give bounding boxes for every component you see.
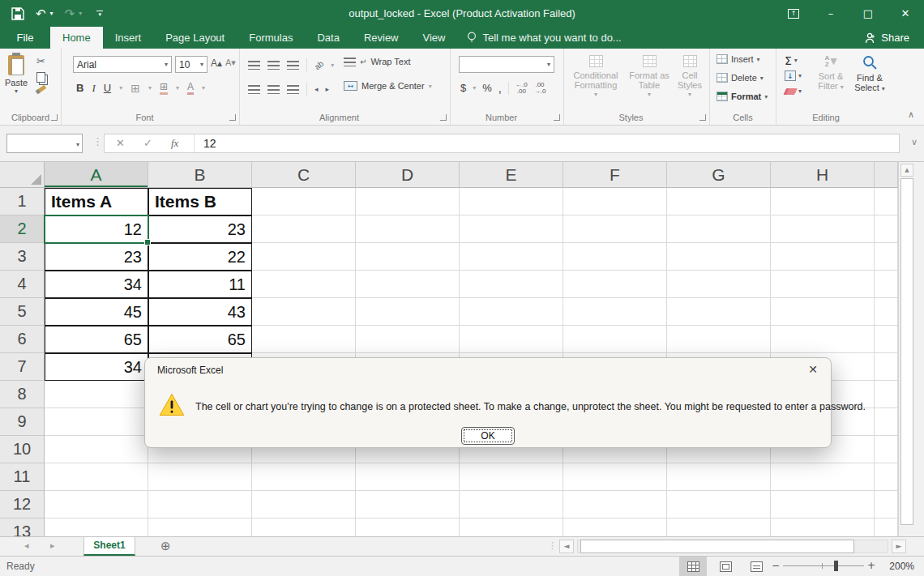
row-header-3[interactable]: 3 <box>0 243 45 271</box>
confirm-entry-button[interactable]: ✓ <box>143 137 152 149</box>
dialog-ok-button[interactable]: OK <box>461 427 515 445</box>
decrease-indent-button[interactable]: ◂ <box>314 85 319 93</box>
cell-B4[interactable]: 11 <box>148 271 252 298</box>
bold-button[interactable]: B <box>76 82 83 94</box>
cell-C4[interactable] <box>252 271 356 298</box>
col-header-F[interactable]: F <box>563 162 667 188</box>
scroll-right-button[interactable]: ► <box>892 540 906 553</box>
cell-D12[interactable] <box>356 491 460 518</box>
tab-data[interactable]: Data <box>305 27 351 49</box>
borders-dropdown[interactable]: ▾ <box>148 84 152 92</box>
cell-C13[interactable] <box>252 518 356 536</box>
cell-A6[interactable]: 65 <box>45 326 148 353</box>
col-header-B[interactable]: B <box>148 162 252 188</box>
select-all-button[interactable] <box>0 162 45 188</box>
fill-color-dropdown[interactable]: ▾ <box>176 84 179 92</box>
cell-B3[interactable]: 22 <box>148 243 252 271</box>
minimize-button[interactable]: – <box>812 0 849 27</box>
tab-formulas[interactable]: Formulas <box>237 27 305 49</box>
styles-dialog-launcher[interactable] <box>699 114 706 121</box>
vertical-scrollbar[interactable]: ▲ <box>898 162 914 536</box>
number-dialog-launcher[interactable] <box>554 114 560 121</box>
zoom-slider-track[interactable] <box>783 565 864 566</box>
page-layout-view-button[interactable] <box>712 557 739 576</box>
col-header-G[interactable]: G <box>667 162 771 188</box>
cell-F4[interactable] <box>563 271 667 298</box>
cell-H12[interactable] <box>771 491 875 518</box>
underline-dropdown[interactable]: ▾ <box>119 84 122 92</box>
number-format-combo[interactable]: ▾ <box>459 56 554 73</box>
cell-E1[interactable] <box>460 188 563 215</box>
cell-B13[interactable] <box>148 518 252 536</box>
cell-D3[interactable] <box>356 243 460 271</box>
cell-C5[interactable] <box>252 298 356 326</box>
wrap-text-button[interactable]: ↵ Wrap Text <box>344 57 411 66</box>
orientation-dropdown[interactable]: ▾ <box>331 62 334 69</box>
cell-A2[interactable]: 12 <box>45 215 148 243</box>
cell-E2[interactable] <box>460 215 563 243</box>
cell-styles-button[interactable]: Cell Styles ▾ <box>673 55 707 100</box>
tab-review[interactable]: Review <box>352 27 411 49</box>
sort-filter-button[interactable]: AZ ▼ Sort & Filter ▾ <box>812 55 849 92</box>
autosum-button[interactable]: Σ ▾ <box>785 53 802 68</box>
cell-F2[interactable] <box>563 215 667 243</box>
comma-style-button[interactable]: , <box>498 81 502 95</box>
cell-G3[interactable] <box>667 243 771 271</box>
format-cells-button[interactable]: Format ▾ <box>717 92 768 101</box>
copy-button[interactable] <box>36 72 45 83</box>
cell-H4[interactable] <box>771 271 875 298</box>
align-center-button[interactable] <box>267 85 280 94</box>
format-painter-button[interactable] <box>36 85 47 95</box>
cell-H13[interactable] <box>771 518 875 536</box>
cell-C1[interactable] <box>252 188 356 215</box>
cell-B11[interactable] <box>148 463 252 491</box>
row-header-7[interactable]: 7 <box>0 353 45 381</box>
font-name-combo[interactable]: Arial ▾ <box>73 56 172 73</box>
page-break-view-button[interactable] <box>742 557 770 576</box>
cell-A7[interactable]: 34 <box>45 353 148 381</box>
expand-formula-bar-button[interactable]: ∨ <box>911 137 918 147</box>
cell-A11[interactable] <box>45 463 148 491</box>
cell-C11[interactable] <box>252 463 356 491</box>
col-header-D[interactable]: D <box>356 162 460 188</box>
orientation-button[interactable]: ab <box>313 58 326 71</box>
font-size-combo[interactable]: 10 ▾ <box>175 56 207 73</box>
scroll-up-button[interactable]: ▲ <box>900 164 913 177</box>
font-color-dropdown[interactable]: ▾ <box>202 84 205 92</box>
percent-style-button[interactable]: % <box>482 82 492 94</box>
cell-H3[interactable] <box>771 243 875 271</box>
paste-dropdown[interactable]: ▾ <box>5 87 28 95</box>
cell-F12[interactable] <box>563 491 667 518</box>
cell-A8[interactable] <box>45 381 148 408</box>
close-button[interactable]: ✕ <box>887 0 924 27</box>
cell-B1[interactable]: Items B <box>148 188 252 215</box>
maximize-button[interactable]: □ <box>849 0 887 27</box>
tab-file[interactable]: File <box>0 27 50 49</box>
increase-indent-button[interactable]: ▸ <box>326 85 330 93</box>
cell-E5[interactable] <box>460 298 563 326</box>
cell-C2[interactable] <box>252 215 356 243</box>
underline-button[interactable]: U <box>104 82 111 94</box>
paste-button[interactable]: Paste ▾ <box>5 55 28 95</box>
sheet-tab-sheet1[interactable]: Sheet1 <box>83 537 135 556</box>
dialog-close-button[interactable]: ✕ <box>808 363 818 376</box>
cell-F13[interactable] <box>563 518 667 536</box>
grow-font-button[interactable]: A▴ <box>211 58 222 69</box>
cell-G6[interactable] <box>667 326 771 353</box>
tell-me-box[interactable]: Tell me what you want to do... <box>467 27 621 49</box>
cell-G1[interactable] <box>667 188 771 215</box>
tab-insert[interactable]: Insert <box>103 27 154 49</box>
name-box[interactable]: ▾ <box>6 134 83 153</box>
cell-C12[interactable] <box>252 491 356 518</box>
zoom-slider-thumb[interactable] <box>834 561 838 571</box>
fill-button[interactable]: ↓ ▾ <box>785 68 802 83</box>
ribbon-display-options-button[interactable]: ↑ <box>775 0 812 27</box>
cell-F1[interactable] <box>563 188 667 215</box>
zoom-in-button[interactable]: + <box>867 560 875 571</box>
name-box-dropdown[interactable]: ▾ <box>76 141 79 148</box>
delete-cells-button[interactable]: Delete ▾ <box>717 73 764 83</box>
cell-A5[interactable]: 45 <box>45 298 148 326</box>
merge-center-button[interactable]: ↔ Merge & Center ▾ <box>344 81 432 91</box>
font-color-button[interactable]: A <box>187 81 194 95</box>
alignment-dialog-launcher[interactable] <box>440 114 447 121</box>
